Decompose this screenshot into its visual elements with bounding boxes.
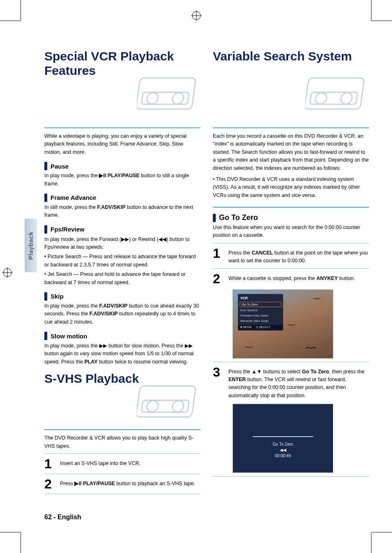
osd-menu-item: Reverse Intro Scan [238,318,283,324]
svhs-step-1: 1 Insert an S-VHS tape into the VCR. [44,457,201,470]
sidebar-tab-playback: Playback [25,219,37,272]
osd-screenshot-menu: VCR Go To Zero End Search Forward Intro … [233,289,333,359]
fast-forward-icon: ▶▶ [99,342,107,349]
right-column: Variable Search System Each time you rec… [213,49,369,497]
gotozero-step-1: 1 Press the CANCEL button at the point o… [213,247,369,265]
skip-text: In play mode, press the F.ADV/SKIP butto… [44,302,201,326]
gotozero-text: Use this feature when you want to search… [213,224,369,240]
osd-status-label: Go To Zero [233,442,333,447]
cassette-icon [305,74,369,113]
osd-footer-select: ⊙ SELECT [256,326,270,329]
page-number: 62 - English [44,514,81,521]
updown-arrows-icon: ▲▼ [251,369,262,375]
section-skip: Skip [44,292,201,301]
osd-menu-item: End Search [238,308,283,313]
heading-special-vcr: Special VCR Playback Features [44,49,201,78]
registration-mark-icon [191,10,202,21]
osd-screenshot-status: Go To Zero ◀◀ 00:00:49 [233,404,333,473]
svhs-intro: The DVD Recorder & VCR allows you to pla… [44,434,201,450]
osd-menu-item-selected: Go To Zero [240,302,281,307]
osd-menu-header: VCR [238,296,283,301]
intro-text: While a videotape is playing, you can en… [44,132,201,156]
gotozero-step-3: 3 Press the ▲▼ buttons to select Go To Z… [213,366,369,400]
rewind-icon: ◀◀ [159,236,166,242]
cassette-icon [137,382,201,421]
frame-text: In still mode, press the F.ADV/SKIP butt… [44,204,201,220]
gotozero-step-2: 2 While a cassette is stopped, press the… [213,272,369,285]
section-pause: Pause [44,162,201,170]
slow-text: In play mode, press the ▶▶ button for sl… [44,342,201,366]
registration-mark-icon [2,267,13,278]
cassette-icon [137,74,201,113]
fast-forward-icon: ▶▶ [185,342,193,349]
heading-variable-search: Variable Search System [213,49,369,64]
fps-text: In play mode, press the Forward (▶▶) or … [44,235,201,287]
sidebar-tab-label: Playback [28,231,35,259]
section-go-to-zero: Go To Zero [213,213,369,222]
left-column: Special VCR Playback Features While a vi… [44,49,201,497]
pause-text: In play mode, press the ▶II PLAY/PAUSE b… [44,172,201,188]
svhs-step-2: 2 Press ▶II PLAY/PAUSE button to playbac… [44,477,201,491]
variable-search-note: • This DVD Recorder & VCR uses a standar… [213,176,369,199]
variable-search-intro: Each time you record a cassette on this … [213,132,369,172]
rewind-icon: ◀◀ [233,448,333,452]
osd-menu: VCR Go To Zero End Search Forward Intro … [238,294,283,331]
fast-forward-icon: ▶▶ [121,236,129,242]
section-frame-advance: Frame Advance [44,194,201,202]
osd-status-time: 00:00:49 [233,454,333,458]
section-fps-review: Fps/Review [44,225,201,234]
osd-footer-move: ✥ MOVE [240,326,252,329]
section-slow-motion: Slow motion [44,332,201,340]
osd-menu-item: Forward Intro Scan [238,313,283,318]
